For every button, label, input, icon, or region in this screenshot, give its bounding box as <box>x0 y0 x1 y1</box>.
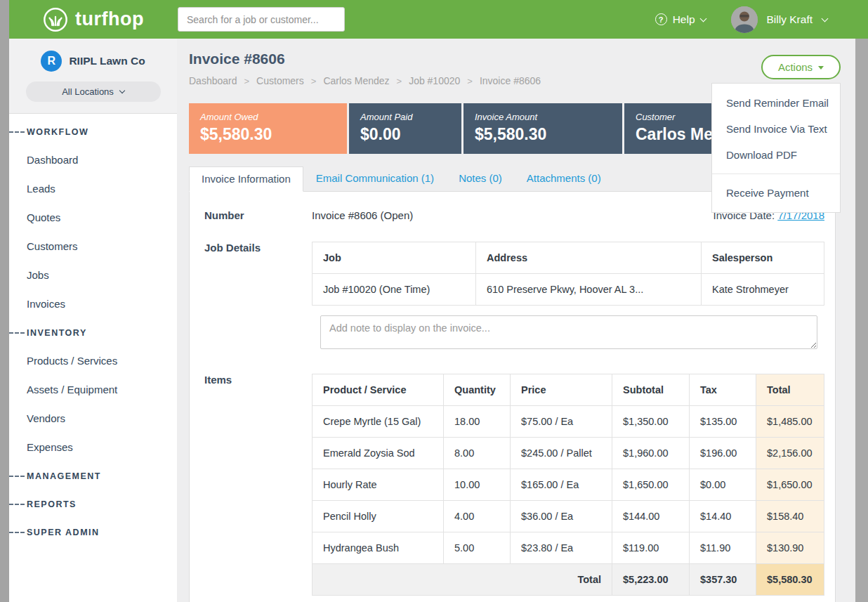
tab-notes[interactable]: Notes (0) <box>447 166 514 191</box>
sidebar-item-assets-equipment[interactable]: Assets / Equipment <box>9 375 177 404</box>
stat-label: Invoice Amount <box>475 112 611 122</box>
table-cell: $2,156.00 <box>756 438 824 469</box>
search-input[interactable] <box>178 7 345 32</box>
stat-value: $0.00 <box>360 125 450 144</box>
table-cell: $1,650.00 <box>612 469 690 501</box>
table-row: JobAddressSalesperson <box>313 242 824 274</box>
dash-icon <box>9 504 25 505</box>
page-header: Invoice #8606 Dashboard>Customers>Carlos… <box>177 39 855 86</box>
table-cell: Job #10020 (One Time) <box>313 274 476 306</box>
stat-card-invoice-amount: Invoice Amount$5,580.30 <box>463 103 622 154</box>
menu-item-receive-payment[interactable]: Receive Payment <box>712 180 840 206</box>
sidebar-section-header-reports[interactable]: REPORTS <box>9 491 177 518</box>
table-cell: $0.00 <box>690 469 756 501</box>
job-details-row: Job Details JobAddressSalesperson Job #1… <box>204 242 824 352</box>
actions-button[interactable]: Actions <box>761 55 841 79</box>
breadcrumb-separator: > <box>467 76 473 86</box>
sidebar-section-label: WORKFLOW <box>27 127 88 137</box>
sidebar-item-vendors[interactable]: Vendors <box>9 404 177 433</box>
table-cell: 10.00 <box>444 469 511 501</box>
job-table: JobAddressSalesperson Job #10020 (One Ti… <box>312 242 824 306</box>
company-badge: R <box>41 51 62 72</box>
breadcrumb-separator: > <box>311 76 317 86</box>
items-table: Product / ServiceQuantityPriceSubtotalTa… <box>312 374 824 596</box>
footer-tax: $357.30 <box>690 564 756 596</box>
breadcrumb-item[interactable]: Carlos Mendez <box>323 75 389 86</box>
sidebar-item-products-services[interactable]: Products / Services <box>9 346 177 375</box>
locations-dropdown[interactable]: All Locations <box>26 81 161 102</box>
column-header: Subtotal <box>612 374 690 406</box>
menu-item-send-invoice-via-text[interactable]: Send Invoice Via Text <box>712 116 840 142</box>
tab-invoice-information[interactable]: Invoice Information <box>189 166 303 192</box>
help-menu[interactable]: ? Help <box>655 13 706 26</box>
sidebar-section-header-management[interactable]: MANAGEMENT <box>9 463 177 490</box>
sidebar-section-label: INVENTORY <box>27 328 87 338</box>
brand-name: turfhop <box>75 8 144 30</box>
number-value: Invoice #8606 (Open) <box>312 209 413 221</box>
dash-icon <box>9 476 25 477</box>
menu-item-download-pdf[interactable]: Download PDF <box>712 142 840 168</box>
note-area <box>320 315 824 352</box>
chevron-down-icon <box>119 88 125 93</box>
sidebar-item-invoices[interactable]: Invoices <box>9 289 177 318</box>
sidebar-section-header-super-admin[interactable]: SUPER ADMIN <box>9 519 177 546</box>
table-row: Emerald Zoysia Sod8.00$245.00 / Pallet$1… <box>313 438 824 469</box>
user-chevron-down-icon[interactable] <box>822 15 829 22</box>
scrollbar-track[interactable] <box>855 39 868 602</box>
sidebar-item-customers[interactable]: Customers <box>9 232 177 261</box>
help-label: Help <box>673 13 695 26</box>
breadcrumb-item[interactable]: Customers <box>256 75 304 86</box>
dash-icon <box>9 332 25 334</box>
stat-card-amount-paid: Amount Paid$0.00 <box>349 103 461 154</box>
invoice-panel: Number Invoice #8606 (Open) Invoice Date… <box>189 191 836 602</box>
avatar[interactable] <box>731 6 758 33</box>
sidebar-header: R RIIPL Lawn Co All Locations <box>9 39 177 114</box>
tab-email-communication[interactable]: Email Communication (1) <box>304 166 446 191</box>
sidebar-item-expenses[interactable]: Expenses <box>9 433 177 462</box>
table-cell: 610 Preserve Pkwy, Hoover AL 3... <box>476 274 702 306</box>
help-icon: ? <box>655 13 667 25</box>
table-row: Hourly Rate10.00$165.00 / Ea$1,650.00$0.… <box>313 469 824 501</box>
app-logo[interactable]: turfhop <box>42 6 144 33</box>
table-cell: $23.80 / Ea <box>511 532 612 564</box>
breadcrumb-item[interactable]: Dashboard <box>189 75 237 86</box>
table-cell: $1,350.00 <box>612 406 690 438</box>
column-header: Total <box>756 374 824 406</box>
table-cell: $196.00 <box>690 438 756 469</box>
user-name[interactable]: Billy Kraft <box>767 13 813 26</box>
sidebar-item-jobs[interactable]: Jobs <box>9 261 177 289</box>
sidebar-item-leads[interactable]: Leads <box>9 174 177 203</box>
dash-icon <box>9 532 25 533</box>
menu-divider <box>712 174 840 174</box>
table-cell: Hourly Rate <box>313 469 444 501</box>
stat-card-amount-owed: Amount Owed$5,580.30 <box>189 103 347 154</box>
footer-total-label: Total <box>313 564 612 596</box>
invoice-note-input[interactable] <box>320 315 817 349</box>
stat-label: Amount Paid <box>360 112 450 122</box>
table-cell: Pencil Holly <box>313 501 444 532</box>
sidebar-section-label: SUPER ADMIN <box>27 528 100 537</box>
breadcrumb-separator: > <box>397 76 402 86</box>
table-cell: $119.00 <box>612 532 690 564</box>
table-row: Job #10020 (One Time)610 Preserve Pkwy, … <box>313 274 824 306</box>
dash-icon <box>9 131 25 133</box>
table-cell: Crepe Myrtle (15 Gal) <box>313 406 444 438</box>
sidebar-section-header-workflow[interactable]: WORKFLOW <box>9 119 177 145</box>
table-cell: Emerald Zoysia Sod <box>313 438 444 469</box>
menu-item-send-reminder-email[interactable]: Send Reminder Email <box>712 90 840 116</box>
chevron-down-icon <box>699 15 706 22</box>
company[interactable]: R RIIPL Lawn Co <box>9 51 177 72</box>
actions-label: Actions <box>778 61 813 73</box>
table-row: Total$5,223.00$357.30$5,580.30 <box>313 564 824 596</box>
column-header: Price <box>511 374 612 406</box>
sidebar-section-label: REPORTS <box>27 499 77 509</box>
table-cell: Hydrangea Bush <box>313 532 444 564</box>
sidebar-section-header-inventory[interactable]: INVENTORY <box>9 320 177 346</box>
table-cell: $135.00 <box>690 406 756 438</box>
breadcrumb-item[interactable]: Job #10020 <box>409 75 460 86</box>
stat-value: $5,580.30 <box>475 125 611 144</box>
sidebar-item-quotes[interactable]: Quotes <box>9 203 177 232</box>
sidebar-nav: WORKFLOWDashboardLeadsQuotesCustomersJob… <box>9 114 177 546</box>
sidebar-item-dashboard[interactable]: Dashboard <box>9 145 177 174</box>
tab-attachments[interactable]: Attachments (0) <box>515 166 613 191</box>
